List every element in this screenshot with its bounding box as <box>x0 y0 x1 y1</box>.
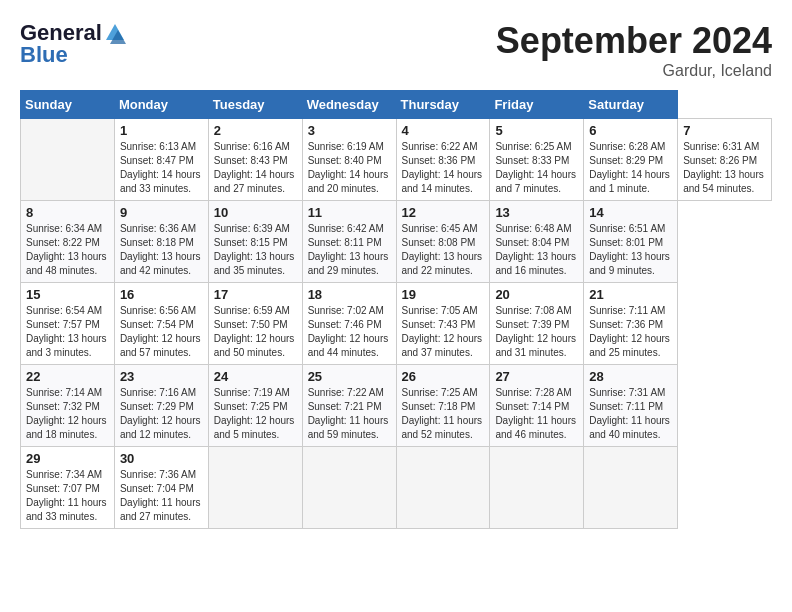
day-number: 25 <box>308 369 391 384</box>
col-header-friday: Friday <box>490 91 584 119</box>
day-info: Sunrise: 7:16 AMSunset: 7:29 PMDaylight:… <box>120 387 201 440</box>
calendar-cell: 3 Sunrise: 6:19 AMSunset: 8:40 PMDayligh… <box>302 119 396 201</box>
day-number: 15 <box>26 287 109 302</box>
day-number: 19 <box>402 287 485 302</box>
calendar-week-3: 15 Sunrise: 6:54 AMSunset: 7:57 PMDaylig… <box>21 283 772 365</box>
day-info: Sunrise: 6:19 AMSunset: 8:40 PMDaylight:… <box>308 141 389 194</box>
day-info: Sunrise: 6:45 AMSunset: 8:08 PMDaylight:… <box>402 223 483 276</box>
calendar-table: SundayMondayTuesdayWednesdayThursdayFrid… <box>20 90 772 529</box>
day-number: 22 <box>26 369 109 384</box>
location: Gardur, Iceland <box>496 62 772 80</box>
page-header: General Blue September 2024 Gardur, Icel… <box>20 20 772 80</box>
calendar-cell: 5 Sunrise: 6:25 AMSunset: 8:33 PMDayligh… <box>490 119 584 201</box>
day-info: Sunrise: 7:28 AMSunset: 7:14 PMDaylight:… <box>495 387 576 440</box>
day-info: Sunrise: 7:14 AMSunset: 7:32 PMDaylight:… <box>26 387 107 440</box>
calendar-cell: 14 Sunrise: 6:51 AMSunset: 8:01 PMDaylig… <box>584 201 678 283</box>
calendar-cell: 20 Sunrise: 7:08 AMSunset: 7:39 PMDaylig… <box>490 283 584 365</box>
calendar-cell: 22 Sunrise: 7:14 AMSunset: 7:32 PMDaylig… <box>21 365 115 447</box>
calendar-cell: 23 Sunrise: 7:16 AMSunset: 7:29 PMDaylig… <box>114 365 208 447</box>
col-header-thursday: Thursday <box>396 91 490 119</box>
calendar-cell: 16 Sunrise: 6:56 AMSunset: 7:54 PMDaylig… <box>114 283 208 365</box>
day-number: 8 <box>26 205 109 220</box>
calendar-cell: 30 Sunrise: 7:36 AMSunset: 7:04 PMDaylig… <box>114 447 208 529</box>
day-info: Sunrise: 6:56 AMSunset: 7:54 PMDaylight:… <box>120 305 201 358</box>
day-info: Sunrise: 6:25 AMSunset: 8:33 PMDaylight:… <box>495 141 576 194</box>
calendar-cell <box>584 447 678 529</box>
col-header-wednesday: Wednesday <box>302 91 396 119</box>
day-info: Sunrise: 7:25 AMSunset: 7:18 PMDaylight:… <box>402 387 483 440</box>
day-number: 7 <box>683 123 766 138</box>
day-number: 14 <box>589 205 672 220</box>
logo: General Blue <box>20 20 126 68</box>
header-row: SundayMondayTuesdayWednesdayThursdayFrid… <box>21 91 772 119</box>
day-number: 2 <box>214 123 297 138</box>
day-number: 1 <box>120 123 203 138</box>
calendar-cell: 21 Sunrise: 7:11 AMSunset: 7:36 PMDaylig… <box>584 283 678 365</box>
day-number: 3 <box>308 123 391 138</box>
calendar-cell: 7 Sunrise: 6:31 AMSunset: 8:26 PMDayligh… <box>678 119 772 201</box>
day-info: Sunrise: 7:34 AMSunset: 7:07 PMDaylight:… <box>26 469 107 522</box>
calendar-cell: 2 Sunrise: 6:16 AMSunset: 8:43 PMDayligh… <box>208 119 302 201</box>
calendar-cell: 18 Sunrise: 7:02 AMSunset: 7:46 PMDaylig… <box>302 283 396 365</box>
calendar-cell: 26 Sunrise: 7:25 AMSunset: 7:18 PMDaylig… <box>396 365 490 447</box>
calendar-cell <box>490 447 584 529</box>
calendar-cell: 17 Sunrise: 6:59 AMSunset: 7:50 PMDaylig… <box>208 283 302 365</box>
calendar-cell: 6 Sunrise: 6:28 AMSunset: 8:29 PMDayligh… <box>584 119 678 201</box>
calendar-cell: 15 Sunrise: 6:54 AMSunset: 7:57 PMDaylig… <box>21 283 115 365</box>
day-info: Sunrise: 6:36 AMSunset: 8:18 PMDaylight:… <box>120 223 201 276</box>
calendar-cell: 28 Sunrise: 7:31 AMSunset: 7:11 PMDaylig… <box>584 365 678 447</box>
calendar-cell: 10 Sunrise: 6:39 AMSunset: 8:15 PMDaylig… <box>208 201 302 283</box>
calendar-cell <box>208 447 302 529</box>
calendar-week-1: 1 Sunrise: 6:13 AMSunset: 8:47 PMDayligh… <box>21 119 772 201</box>
day-number: 4 <box>402 123 485 138</box>
day-info: Sunrise: 6:54 AMSunset: 7:57 PMDaylight:… <box>26 305 107 358</box>
day-info: Sunrise: 7:31 AMSunset: 7:11 PMDaylight:… <box>589 387 670 440</box>
calendar-week-4: 22 Sunrise: 7:14 AMSunset: 7:32 PMDaylig… <box>21 365 772 447</box>
calendar-week-5: 29 Sunrise: 7:34 AMSunset: 7:07 PMDaylig… <box>21 447 772 529</box>
day-number: 27 <box>495 369 578 384</box>
day-info: Sunrise: 6:34 AMSunset: 8:22 PMDaylight:… <box>26 223 107 276</box>
day-number: 11 <box>308 205 391 220</box>
day-number: 13 <box>495 205 578 220</box>
day-info: Sunrise: 7:19 AMSunset: 7:25 PMDaylight:… <box>214 387 295 440</box>
col-header-tuesday: Tuesday <box>208 91 302 119</box>
title-block: September 2024 Gardur, Iceland <box>496 20 772 80</box>
calendar-cell: 4 Sunrise: 6:22 AMSunset: 8:36 PMDayligh… <box>396 119 490 201</box>
col-header-saturday: Saturday <box>584 91 678 119</box>
day-number: 29 <box>26 451 109 466</box>
day-number: 23 <box>120 369 203 384</box>
calendar-cell: 1 Sunrise: 6:13 AMSunset: 8:47 PMDayligh… <box>114 119 208 201</box>
day-info: Sunrise: 7:11 AMSunset: 7:36 PMDaylight:… <box>589 305 670 358</box>
calendar-cell: 19 Sunrise: 7:05 AMSunset: 7:43 PMDaylig… <box>396 283 490 365</box>
day-info: Sunrise: 6:59 AMSunset: 7:50 PMDaylight:… <box>214 305 295 358</box>
day-number: 12 <box>402 205 485 220</box>
day-number: 24 <box>214 369 297 384</box>
day-number: 28 <box>589 369 672 384</box>
day-info: Sunrise: 6:42 AMSunset: 8:11 PMDaylight:… <box>308 223 389 276</box>
day-info: Sunrise: 6:39 AMSunset: 8:15 PMDaylight:… <box>214 223 295 276</box>
day-number: 10 <box>214 205 297 220</box>
day-number: 6 <box>589 123 672 138</box>
calendar-week-2: 8 Sunrise: 6:34 AMSunset: 8:22 PMDayligh… <box>21 201 772 283</box>
calendar-cell: 11 Sunrise: 6:42 AMSunset: 8:11 PMDaylig… <box>302 201 396 283</box>
calendar-cell <box>21 119 115 201</box>
day-number: 30 <box>120 451 203 466</box>
calendar-cell <box>302 447 396 529</box>
calendar-cell: 25 Sunrise: 7:22 AMSunset: 7:21 PMDaylig… <box>302 365 396 447</box>
day-info: Sunrise: 6:31 AMSunset: 8:26 PMDaylight:… <box>683 141 764 194</box>
day-info: Sunrise: 7:22 AMSunset: 7:21 PMDaylight:… <box>308 387 389 440</box>
calendar-cell: 8 Sunrise: 6:34 AMSunset: 8:22 PMDayligh… <box>21 201 115 283</box>
calendar-cell: 9 Sunrise: 6:36 AMSunset: 8:18 PMDayligh… <box>114 201 208 283</box>
logo-blue: Blue <box>20 42 68 68</box>
calendar-cell <box>396 447 490 529</box>
day-info: Sunrise: 7:36 AMSunset: 7:04 PMDaylight:… <box>120 469 201 522</box>
calendar-cell: 24 Sunrise: 7:19 AMSunset: 7:25 PMDaylig… <box>208 365 302 447</box>
calendar-cell: 27 Sunrise: 7:28 AMSunset: 7:14 PMDaylig… <box>490 365 584 447</box>
day-info: Sunrise: 6:48 AMSunset: 8:04 PMDaylight:… <box>495 223 576 276</box>
col-header-sunday: Sunday <box>21 91 115 119</box>
day-info: Sunrise: 7:05 AMSunset: 7:43 PMDaylight:… <box>402 305 483 358</box>
col-header-monday: Monday <box>114 91 208 119</box>
calendar-cell: 13 Sunrise: 6:48 AMSunset: 8:04 PMDaylig… <box>490 201 584 283</box>
day-info: Sunrise: 7:08 AMSunset: 7:39 PMDaylight:… <box>495 305 576 358</box>
day-number: 20 <box>495 287 578 302</box>
